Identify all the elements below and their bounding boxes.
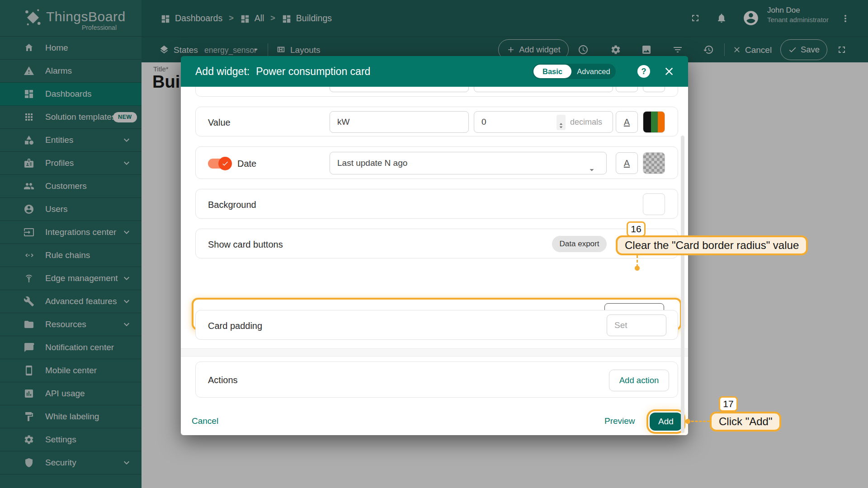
step-16-badge: 16: [627, 221, 646, 237]
close-icon[interactable]: [663, 65, 675, 78]
dialog-header: Add widget:Power consumption card Basic …: [181, 56, 688, 87]
partial-color-button[interactable]: [643, 87, 665, 92]
background-color-swatch[interactable]: [643, 193, 665, 215]
help-icon[interactable]: ?: [637, 65, 650, 78]
modal-scrollbar[interactable]: [681, 136, 684, 433]
dialog-cancel-button[interactable]: Cancel: [192, 410, 218, 432]
step-17-instruction: Click "Add": [710, 412, 781, 432]
widget-name: Power consumption card: [256, 66, 370, 77]
step-17-badge: 17: [719, 396, 738, 412]
date-row: Date Last update N ago A: [195, 146, 678, 179]
date-text-format-button[interactable]: A: [616, 152, 638, 174]
step-17-connector-dot: [685, 419, 690, 424]
add-widget-dialog: Add widget:Power consumption card Basic …: [181, 56, 688, 435]
dialog-body: Value 0 decimals A Date Last update: [181, 87, 688, 435]
date-format-select[interactable]: Last update N ago: [330, 152, 607, 174]
value-text-format-button[interactable]: A: [616, 111, 638, 133]
step-16-connector-dot: [635, 266, 640, 271]
decimals-input[interactable]: 0 decimals: [474, 111, 613, 133]
date-label: Date: [237, 159, 256, 169]
partial-format-button[interactable]: [616, 87, 638, 92]
actions-label: Actions: [208, 375, 238, 385]
decimals-stepper[interactable]: [557, 115, 566, 130]
select-caret-down-icon: [587, 159, 597, 180]
show-card-buttons-label: Show card buttons: [208, 239, 283, 250]
date-toggle-on[interactable]: [208, 157, 236, 170]
step-16-instruction: Clear the "Card border radius" value: [616, 235, 808, 255]
card-padding-row: Card padding: [195, 310, 678, 340]
tab-advanced[interactable]: Advanced: [571, 67, 616, 76]
value-color-settings-swatch[interactable]: [643, 111, 665, 133]
tab-basic[interactable]: Basic: [533, 65, 571, 78]
data-export-chip[interactable]: Data export: [552, 236, 607, 252]
card-padding-label: Card padding: [208, 321, 262, 331]
scrolled-row-partial: [195, 87, 678, 97]
decimals-hint: decimals: [570, 112, 602, 132]
toggle-check-icon: [218, 157, 232, 170]
background-label: Background: [208, 200, 256, 210]
value-label: Value: [208, 117, 231, 128]
partial-input-left[interactable]: [330, 87, 469, 92]
value-row: Value 0 decimals A: [195, 107, 678, 136]
section-divider: [181, 348, 688, 357]
partial-input-right[interactable]: [474, 87, 613, 92]
card-padding-input[interactable]: [607, 314, 666, 336]
add-button[interactable]: Add: [650, 413, 682, 431]
add-action-button[interactable]: Add action: [609, 370, 669, 391]
dialog-title: Add widget:Power consumption card: [195, 66, 370, 78]
actions-section: Actions Add action: [195, 361, 678, 398]
date-color-transparent-swatch[interactable]: [643, 152, 665, 174]
preview-button[interactable]: Preview: [604, 410, 635, 432]
value-units-input[interactable]: [330, 111, 469, 133]
basic-advanced-toggle: Basic Advanced: [533, 64, 616, 79]
background-row: Background: [195, 189, 678, 219]
screen: ThingsBoard Professional HomeAlarmsDashb…: [0, 0, 868, 488]
step-17-connector: [687, 421, 710, 422]
show-card-buttons-row: Show card buttons Data export: [195, 229, 678, 258]
